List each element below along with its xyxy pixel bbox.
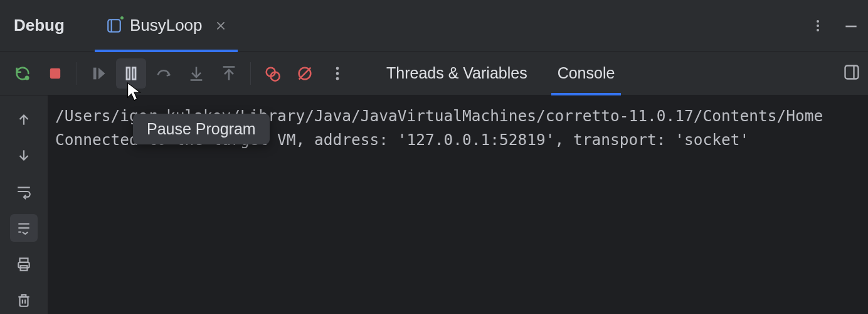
run-config-tab[interactable]: BusyLoop [95, 0, 238, 51]
more-options-icon[interactable] [810, 18, 825, 33]
stop-button[interactable] [40, 58, 70, 89]
svg-rect-0 [108, 19, 120, 32]
svg-rect-5 [50, 68, 60, 78]
rerun-button[interactable] [8, 58, 38, 89]
trash-icon[interactable] [10, 286, 38, 314]
svg-rect-6 [93, 67, 97, 79]
step-out-button[interactable] [214, 58, 244, 89]
mute-breakpoints-button[interactable] [290, 58, 320, 89]
scroll-up-icon[interactable] [10, 106, 38, 133]
debug-toolbar: Threads & Variables Console [0, 51, 868, 95]
svg-point-3 [817, 29, 819, 31]
svg-point-14 [336, 77, 339, 80]
layout-settings-icon[interactable] [843, 63, 860, 84]
step-into-button[interactable] [181, 58, 211, 89]
svg-rect-8 [132, 67, 135, 79]
toolbar-separator [77, 62, 77, 85]
header-right-controls [810, 18, 859, 33]
print-icon[interactable] [10, 251, 38, 278]
close-icon[interactable] [215, 20, 226, 31]
svg-point-4 [25, 75, 29, 80]
svg-point-1 [817, 20, 819, 23]
toolbar-separator [250, 62, 251, 85]
tab-console[interactable]: Console [542, 51, 630, 95]
resume-button[interactable] [83, 58, 114, 89]
tab-threads-variables[interactable]: Threads & Variables [371, 51, 542, 95]
scroll-down-icon[interactable] [10, 142, 38, 170]
svg-point-2 [817, 24, 819, 27]
debug-view-tabs: Threads & Variables Console [371, 51, 630, 95]
tool-window-title: Debug [14, 16, 65, 35]
toolbar-more-icon[interactable] [322, 58, 352, 89]
console-output[interactable]: /Users/igor.kulakov/Library/Java/JavaVir… [48, 95, 868, 314]
console-line: /Users/igor.kulakov/Library/Java/JavaVir… [55, 107, 823, 125]
run-config-icon [106, 18, 122, 34]
view-breakpoints-button[interactable] [257, 58, 287, 89]
console-line: Connected to the target VM, address: '12… [55, 131, 749, 149]
svg-rect-7 [127, 67, 130, 79]
scroll-to-end-icon[interactable] [10, 214, 38, 242]
pause-button[interactable] [116, 58, 146, 89]
svg-point-12 [336, 67, 339, 70]
svg-rect-19 [20, 297, 28, 306]
svg-rect-15 [845, 65, 859, 78]
run-config-label: BusyLoop [130, 16, 203, 35]
soft-wrap-icon[interactable] [10, 178, 38, 205]
step-over-button[interactable] [149, 58, 179, 89]
minimize-icon[interactable] [843, 18, 859, 33]
svg-point-13 [336, 72, 339, 75]
console-side-toolbar [0, 95, 48, 314]
debug-main-area: /Users/igor.kulakov/Library/Java/JavaVir… [0, 95, 868, 314]
debug-tool-window-header: Debug BusyLoop [0, 0, 868, 51]
